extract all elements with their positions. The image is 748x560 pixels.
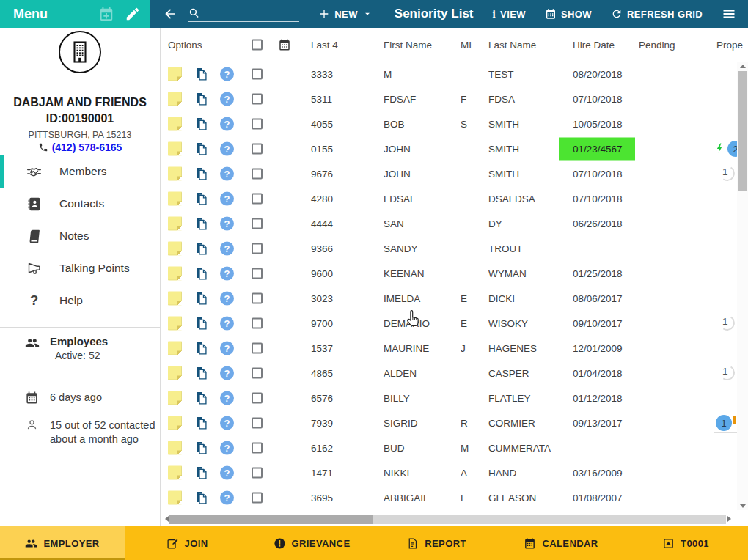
property-count-ring[interactable]: 1 (718, 314, 736, 332)
help-circle-icon[interactable]: ? (220, 366, 234, 380)
col-options[interactable]: Options (168, 40, 202, 51)
help-circle-icon[interactable]: ? (220, 342, 234, 355)
note-icon[interactable] (168, 491, 182, 505)
help-circle-icon[interactable]: ? (220, 67, 234, 81)
property-count-badge[interactable]: 1 (716, 415, 732, 431)
select-all-checkbox[interactable] (252, 40, 263, 51)
copy-icon[interactable] (194, 142, 208, 156)
help-circle-icon[interactable]: ? (220, 217, 234, 231)
hamburger-menu-icon[interactable] (722, 7, 736, 21)
row-checkbox[interactable] (252, 493, 263, 504)
property-count-ring[interactable]: 1 (718, 164, 736, 183)
new-button[interactable]: NEW (318, 8, 373, 20)
view-button[interactable]: i VIEW (493, 8, 526, 21)
note-icon[interactable] (168, 391, 182, 405)
row-checkbox[interactable] (252, 69, 263, 80)
row-checkbox[interactable] (252, 443, 263, 454)
note-icon[interactable] (168, 292, 182, 306)
help-circle-icon[interactable]: ? (220, 466, 234, 480)
calendar-column-icon[interactable] (278, 38, 291, 51)
row-checkbox[interactable] (252, 194, 263, 205)
refresh-grid-button[interactable]: REFRESH GRID (611, 8, 703, 20)
horizontal-scrollbar[interactable] (161, 514, 735, 524)
note-icon[interactable] (168, 342, 182, 355)
col-mi[interactable]: MI (461, 40, 472, 51)
search-field[interactable] (188, 7, 299, 22)
help-circle-icon[interactable]: ? (220, 441, 234, 455)
help-circle-icon[interactable]: ? (220, 416, 234, 430)
row-checkbox[interactable] (252, 169, 263, 180)
phone-link[interactable]: (412) 578-6165 (52, 141, 122, 153)
note-icon[interactable] (168, 192, 182, 206)
help-circle-icon[interactable]: ? (220, 267, 234, 281)
row-checkbox[interactable] (252, 343, 263, 354)
copy-icon[interactable] (194, 466, 208, 480)
bottom-tab-report[interactable]: REPORT (374, 526, 499, 560)
copy-icon[interactable] (194, 192, 208, 206)
sidebar-item-contacts[interactable]: Contacts (0, 188, 160, 220)
horizontal-scroll-thumb[interactable] (169, 515, 373, 524)
help-circle-icon[interactable]: ? (220, 242, 234, 256)
note-icon[interactable] (168, 217, 182, 231)
row-checkbox[interactable] (252, 144, 263, 155)
row-checkbox[interactable] (252, 243, 263, 254)
scroll-down-arrow[interactable] (737, 501, 748, 510)
row-checkbox[interactable] (252, 368, 263, 379)
row-checkbox[interactable] (252, 293, 263, 304)
sidebar-item-notes[interactable]: Notes (0, 220, 160, 252)
scroll-up-arrow[interactable] (737, 62, 748, 70)
scroll-left-arrow[interactable] (161, 516, 169, 522)
row-checkbox[interactable] (252, 218, 263, 229)
note-icon[interactable] (168, 117, 182, 131)
row-checkbox[interactable] (252, 468, 263, 479)
pencil-icon[interactable] (125, 6, 141, 22)
vertical-scroll-thumb[interactable] (738, 71, 747, 191)
vertical-scrollbar[interactable] (737, 62, 748, 510)
sidebar-item-help[interactable]: ? Help (0, 284, 160, 317)
note-icon[interactable] (168, 242, 182, 256)
copy-icon[interactable] (194, 67, 208, 81)
col-hire-date[interactable]: Hire Date (573, 40, 615, 51)
copy-icon[interactable] (194, 292, 208, 306)
row-checkbox[interactable] (252, 418, 263, 429)
note-icon[interactable] (168, 416, 182, 430)
copy-icon[interactable] (194, 416, 208, 430)
help-circle-icon[interactable]: ? (220, 142, 234, 156)
copy-icon[interactable] (194, 391, 208, 405)
copy-icon[interactable] (194, 441, 208, 455)
bottom-tab-grievance[interactable]: GRIEVANCE (249, 526, 374, 560)
note-icon[interactable] (168, 267, 182, 281)
col-first-name[interactable]: First Name (384, 40, 432, 51)
note-icon[interactable] (168, 92, 182, 106)
help-circle-icon[interactable]: ? (220, 117, 234, 131)
copy-icon[interactable] (194, 366, 208, 380)
calendar-plus-icon[interactable] (98, 6, 114, 22)
copy-icon[interactable] (194, 117, 208, 131)
bottom-tab-t0001[interactable]: T0001 (623, 526, 748, 560)
help-circle-icon[interactable]: ? (220, 391, 234, 405)
scroll-right-arrow[interactable] (726, 516, 735, 522)
row-checkbox[interactable] (252, 268, 263, 279)
search-input[interactable] (205, 8, 293, 19)
row-checkbox[interactable] (252, 119, 263, 130)
copy-icon[interactable] (194, 217, 208, 231)
copy-icon[interactable] (194, 342, 208, 355)
employees-label[interactable]: Employees (50, 335, 108, 347)
help-circle-icon[interactable]: ? (220, 317, 234, 331)
copy-icon[interactable] (194, 491, 208, 505)
note-icon[interactable] (168, 142, 182, 156)
bottom-tab-employer[interactable]: EMPLOYER (0, 526, 125, 560)
col-last-name[interactable]: Last Name (488, 40, 536, 51)
help-circle-icon[interactable]: ? (220, 491, 234, 505)
copy-icon[interactable] (194, 167, 208, 181)
sidebar-item-members[interactable]: Members (0, 155, 160, 188)
bottom-tab-calendar[interactable]: CALENDAR (499, 526, 623, 560)
sidebar-item-talking-points[interactable]: Talking Points (0, 252, 160, 284)
col-last4[interactable]: Last 4 (311, 40, 338, 51)
row-checkbox[interactable] (252, 94, 263, 105)
note-icon[interactable] (168, 441, 182, 455)
show-button[interactable]: SHOW (545, 8, 592, 20)
help-circle-icon[interactable]: ? (220, 292, 234, 306)
copy-icon[interactable] (194, 242, 208, 256)
help-circle-icon[interactable]: ? (220, 167, 234, 181)
